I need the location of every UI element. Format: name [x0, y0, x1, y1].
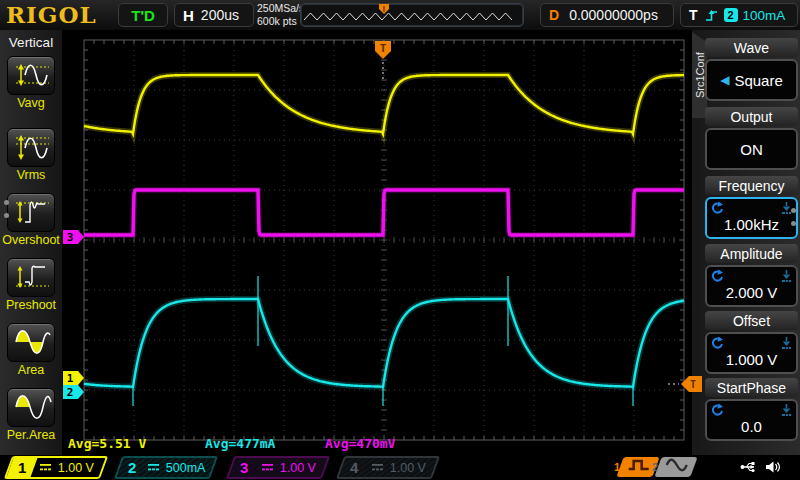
menu-value-text: 1.00kHz	[724, 216, 779, 233]
channel-1-ground-marker: 1	[63, 371, 84, 385]
coupling-icon	[370, 462, 385, 473]
coupling-icon	[38, 462, 53, 473]
sine-wave-icon	[660, 457, 691, 477]
menu-item-label: Amplitude	[705, 244, 798, 263]
trigger-status-badge: T'D	[118, 3, 168, 27]
trigger-level-value: 100mA	[743, 8, 786, 23]
menu-item-offset[interactable]: 1.000 V	[705, 332, 798, 374]
oscilloscope-screen: RIGOL T'D H 200us 250MSa/s 600k pts D 0.…	[0, 0, 800, 480]
rigol-logo: RIGOL	[6, 1, 97, 28]
overshoot-icon	[9, 215, 53, 232]
keypad-input-icon	[780, 269, 793, 286]
channel-2-indicator[interactable]: 2500mA	[114, 456, 218, 479]
measure-label: Vavg	[0, 96, 62, 110]
coupling-icon	[146, 462, 161, 473]
trigger-position-marker: T	[375, 41, 391, 59]
measure-button-vavg[interactable]	[7, 56, 55, 95]
menu-value-text: 0.0	[741, 418, 762, 435]
measurement-value: Avg=477mA	[205, 436, 275, 451]
source-2-indicator[interactable]	[654, 457, 697, 477]
knob-icon	[710, 269, 724, 286]
delay-box[interactable]: D 0.00000000ps	[540, 3, 674, 27]
area-icon	[9, 345, 53, 362]
menu-item-output[interactable]: ON	[705, 128, 798, 170]
trigger-box[interactable]: T 2 100mA	[680, 3, 798, 27]
knob-icon	[710, 201, 724, 218]
left-page-dots	[4, 200, 9, 226]
channel-scale: 500mA	[166, 461, 206, 475]
menu-value-text: Square	[734, 72, 782, 89]
square-wave-icon	[622, 457, 653, 477]
menu-value-text: 1.000 V	[726, 351, 778, 368]
knob-icon	[710, 403, 724, 420]
delay-value: 0.00000000ps	[569, 7, 658, 23]
channel-2-ground-marker: 2	[63, 385, 84, 399]
knob-icon	[710, 336, 724, 353]
horizontal-timebase-box[interactable]: H 200us	[174, 3, 254, 27]
top-status-bar: RIGOL T'D H 200us 250MSa/s 600k pts D 0.…	[0, 0, 800, 31]
channel-scale: 1.00 V	[390, 461, 426, 475]
measure-button-preshoot[interactable]	[7, 258, 55, 297]
measure-label: Area	[0, 363, 62, 377]
measurement-row: Avg=5.51 VAvg=477mAAvg=470mV	[0, 436, 692, 450]
right-page-dots	[791, 208, 796, 234]
menu-item-label: Output	[705, 107, 798, 126]
measure-button-overshoot[interactable]	[7, 193, 55, 232]
memory-depth: 600k pts	[257, 15, 304, 28]
measure-button-area[interactable]	[7, 323, 55, 362]
channel-scale: 1.00 V	[280, 461, 316, 475]
measure-button-perarea[interactable]	[7, 388, 55, 427]
channel-1-indicator[interactable]: 11.00 V	[4, 456, 108, 479]
left-arrow-icon: ◀	[720, 73, 729, 87]
menu-value-text: ON	[740, 141, 763, 158]
timebase-value: 200us	[201, 7, 239, 23]
menu-item-startphase[interactable]: 0.0	[705, 399, 798, 441]
channel-3-indicator[interactable]: 31.00 V	[226, 456, 330, 479]
channel-4-indicator[interactable]: 41.00 V	[336, 456, 440, 479]
menu-item-label: Offset	[705, 311, 798, 330]
menu-item-wave[interactable]: ◀Square	[705, 59, 798, 101]
menu-item-label: StartPhase	[705, 378, 798, 397]
usb-icon	[740, 459, 758, 475]
vrms-icon	[9, 150, 53, 167]
left-menu-title: Vertical	[0, 35, 62, 50]
menu-item-amplitude[interactable]: 2.000 V	[705, 265, 798, 307]
source-2-number: 2	[652, 461, 658, 473]
measurement-value: Avg=5.51 V	[68, 436, 146, 451]
channel-scale: 1.00 V	[58, 461, 94, 475]
graticule: 312TT	[0, 0, 800, 480]
svg-text:1: 1	[67, 372, 74, 385]
vavg-icon	[9, 78, 53, 95]
svg-text:T: T	[380, 42, 387, 55]
keypad-input-icon	[780, 403, 793, 420]
t-label: T	[689, 7, 698, 23]
sample-rate: 250MSa/s	[257, 2, 304, 15]
bottom-channel-bar: 11.00 V2500mA31.00 V41.00 V 12	[0, 455, 800, 480]
svg-text:2: 2	[67, 386, 74, 399]
left-measure-menu: Vertical VavgVrmsOvershootPreshootAreaPe…	[0, 30, 62, 455]
menu-item-frequency[interactable]: 1.00kHz	[705, 197, 798, 239]
measurement-value: Avg=470mV	[325, 436, 395, 451]
preshoot-icon	[9, 280, 53, 297]
per-area-icon	[9, 410, 53, 427]
menu-item-label: Wave	[705, 38, 798, 57]
measure-label: Vrms	[0, 168, 62, 182]
rising-edge-icon	[704, 7, 719, 23]
measure-label: Overshoot	[0, 233, 62, 247]
menu-item-label: Frequency	[705, 176, 798, 195]
keypad-input-icon	[780, 336, 793, 353]
menu-value-text: 2.000 V	[726, 284, 778, 301]
speaker-icon	[763, 459, 781, 475]
source-1-number: 1	[614, 461, 620, 473]
preview-waveform-icon	[301, 4, 521, 26]
acquisition-info: 250MSa/s 600k pts	[257, 2, 304, 28]
waveform-preview[interactable]	[300, 3, 524, 27]
svg-text:3: 3	[67, 231, 74, 244]
trigger-source-badge: 2	[724, 8, 738, 22]
right-source-menu: Src1Conf Wave◀SquareOutputONFrequency1.0…	[692, 30, 800, 455]
measure-label: Preshoot	[0, 298, 62, 312]
d-label: D	[549, 7, 559, 23]
h-label: H	[183, 7, 194, 24]
measure-button-vrms[interactable]	[7, 128, 55, 167]
channel-3-ground-marker: 3	[63, 230, 84, 244]
